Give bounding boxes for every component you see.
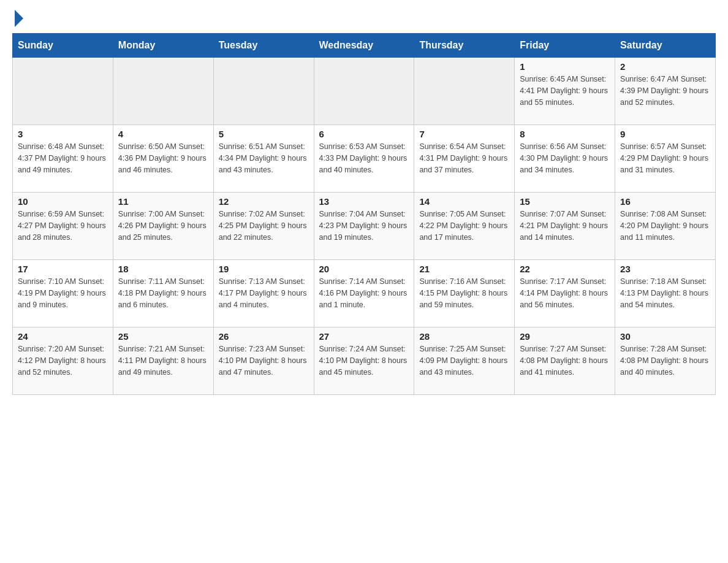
calendar-cell: 27Sunrise: 7:24 AM Sunset: 4:10 PM Dayli…: [314, 327, 414, 395]
calendar-cell: 21Sunrise: 7:16 AM Sunset: 4:15 PM Dayli…: [414, 260, 515, 327]
day-info: Sunrise: 7:14 AM Sunset: 4:16 PM Dayligh…: [319, 276, 409, 310]
day-number: 14: [419, 196, 509, 207]
day-number: 5: [219, 129, 309, 139]
day-number: 9: [620, 129, 710, 139]
day-number: 20: [319, 264, 409, 274]
calendar-week-row: 1Sunrise: 6:45 AM Sunset: 4:41 PM Daylig…: [13, 58, 716, 125]
calendar-cell: 4Sunrise: 6:50 AM Sunset: 4:36 PM Daylig…: [113, 125, 213, 193]
day-info: Sunrise: 6:48 AM Sunset: 4:37 PM Dayligh…: [18, 141, 108, 175]
calendar-cell: 26Sunrise: 7:23 AM Sunset: 4:10 PM Dayli…: [213, 327, 314, 395]
calendar-cell: 29Sunrise: 7:27 AM Sunset: 4:08 PM Dayli…: [515, 327, 615, 395]
calendar-week-row: 10Sunrise: 6:59 AM Sunset: 4:27 PM Dayli…: [13, 193, 716, 260]
day-info: Sunrise: 7:28 AM Sunset: 4:08 PM Dayligh…: [620, 343, 710, 378]
calendar-week-row: 3Sunrise: 6:48 AM Sunset: 4:37 PM Daylig…: [13, 125, 716, 193]
day-number: 29: [520, 331, 610, 342]
day-info: Sunrise: 7:04 AM Sunset: 4:23 PM Dayligh…: [319, 209, 409, 243]
day-info: Sunrise: 7:00 AM Sunset: 4:26 PM Dayligh…: [118, 209, 208, 243]
day-number: 4: [118, 129, 208, 139]
day-number: 17: [18, 264, 108, 274]
calendar-cell: 11Sunrise: 7:00 AM Sunset: 4:26 PM Dayli…: [113, 193, 213, 260]
day-info: Sunrise: 6:57 AM Sunset: 4:29 PM Dayligh…: [620, 141, 710, 175]
calendar-cell: [314, 58, 414, 125]
calendar-cell: 7Sunrise: 6:54 AM Sunset: 4:31 PM Daylig…: [414, 125, 515, 193]
day-info: Sunrise: 7:24 AM Sunset: 4:10 PM Dayligh…: [319, 343, 409, 378]
calendar-cell: 24Sunrise: 7:20 AM Sunset: 4:12 PM Dayli…: [13, 327, 113, 395]
calendar-header-thursday: Thursday: [414, 34, 515, 58]
calendar-cell: 13Sunrise: 7:04 AM Sunset: 4:23 PM Dayli…: [314, 193, 414, 260]
day-info: Sunrise: 7:18 AM Sunset: 4:13 PM Dayligh…: [620, 276, 710, 310]
day-number: 1: [520, 61, 610, 72]
day-info: Sunrise: 7:08 AM Sunset: 4:20 PM Dayligh…: [620, 209, 710, 243]
day-info: Sunrise: 6:56 AM Sunset: 4:30 PM Dayligh…: [520, 141, 610, 175]
logo: [12, 12, 23, 27]
calendar-cell: 23Sunrise: 7:18 AM Sunset: 4:13 PM Dayli…: [615, 260, 716, 327]
day-number: 26: [219, 331, 309, 342]
calendar-cell: 9Sunrise: 6:57 AM Sunset: 4:29 PM Daylig…: [615, 125, 716, 193]
day-info: Sunrise: 6:45 AM Sunset: 4:41 PM Dayligh…: [520, 74, 610, 108]
day-number: 23: [620, 264, 710, 274]
day-info: Sunrise: 7:11 AM Sunset: 4:18 PM Dayligh…: [118, 276, 208, 310]
calendar-cell: 1Sunrise: 6:45 AM Sunset: 4:41 PM Daylig…: [515, 58, 615, 125]
calendar-cell: 10Sunrise: 6:59 AM Sunset: 4:27 PM Dayli…: [13, 193, 113, 260]
day-info: Sunrise: 7:25 AM Sunset: 4:09 PM Dayligh…: [419, 343, 509, 378]
calendar-cell: 6Sunrise: 6:53 AM Sunset: 4:33 PM Daylig…: [314, 125, 414, 193]
calendar-cell: 2Sunrise: 6:47 AM Sunset: 4:39 PM Daylig…: [615, 58, 716, 125]
day-info: Sunrise: 7:10 AM Sunset: 4:19 PM Dayligh…: [18, 276, 108, 310]
day-info: Sunrise: 7:21 AM Sunset: 4:11 PM Dayligh…: [118, 343, 208, 378]
day-info: Sunrise: 6:51 AM Sunset: 4:34 PM Dayligh…: [219, 141, 309, 175]
day-info: Sunrise: 7:02 AM Sunset: 4:25 PM Dayligh…: [219, 209, 309, 243]
calendar-header-wednesday: Wednesday: [314, 34, 414, 58]
calendar-cell: 18Sunrise: 7:11 AM Sunset: 4:18 PM Dayli…: [113, 260, 213, 327]
day-number: 18: [118, 264, 208, 274]
page-header: [12, 12, 716, 27]
day-info: Sunrise: 7:05 AM Sunset: 4:22 PM Dayligh…: [419, 209, 509, 243]
day-number: 11: [118, 196, 208, 207]
day-number: 27: [319, 331, 409, 342]
day-info: Sunrise: 7:13 AM Sunset: 4:17 PM Dayligh…: [219, 276, 309, 310]
day-number: 24: [18, 331, 108, 342]
calendar-cell: 22Sunrise: 7:17 AM Sunset: 4:14 PM Dayli…: [515, 260, 615, 327]
calendar-week-row: 24Sunrise: 7:20 AM Sunset: 4:12 PM Dayli…: [13, 327, 716, 395]
day-number: 25: [118, 331, 208, 342]
day-info: Sunrise: 7:17 AM Sunset: 4:14 PM Dayligh…: [520, 276, 610, 310]
calendar-cell: [113, 58, 213, 125]
day-number: 15: [520, 196, 610, 207]
day-number: 16: [620, 196, 710, 207]
calendar-cell: [213, 58, 314, 125]
day-number: 30: [620, 331, 710, 342]
calendar-week-row: 17Sunrise: 7:10 AM Sunset: 4:19 PM Dayli…: [13, 260, 716, 327]
day-number: 3: [18, 129, 108, 139]
calendar-cell: 14Sunrise: 7:05 AM Sunset: 4:22 PM Dayli…: [414, 193, 515, 260]
day-info: Sunrise: 6:50 AM Sunset: 4:36 PM Dayligh…: [118, 141, 208, 175]
day-info: Sunrise: 6:59 AM Sunset: 4:27 PM Dayligh…: [18, 209, 108, 243]
day-info: Sunrise: 7:07 AM Sunset: 4:21 PM Dayligh…: [520, 209, 610, 243]
day-number: 8: [520, 129, 610, 139]
calendar-cell: 15Sunrise: 7:07 AM Sunset: 4:21 PM Dayli…: [515, 193, 615, 260]
calendar-cell: 28Sunrise: 7:25 AM Sunset: 4:09 PM Dayli…: [414, 327, 515, 395]
calendar-cell: 17Sunrise: 7:10 AM Sunset: 4:19 PM Dayli…: [13, 260, 113, 327]
day-number: 12: [219, 196, 309, 207]
calendar-cell: 30Sunrise: 7:28 AM Sunset: 4:08 PM Dayli…: [615, 327, 716, 395]
day-info: Sunrise: 7:27 AM Sunset: 4:08 PM Dayligh…: [520, 343, 610, 378]
day-info: Sunrise: 7:23 AM Sunset: 4:10 PM Dayligh…: [219, 343, 309, 378]
day-number: 2: [620, 61, 710, 72]
calendar-cell: 19Sunrise: 7:13 AM Sunset: 4:17 PM Dayli…: [213, 260, 314, 327]
day-info: Sunrise: 6:53 AM Sunset: 4:33 PM Dayligh…: [319, 141, 409, 175]
day-number: 22: [520, 264, 610, 274]
day-number: 21: [419, 264, 509, 274]
logo-triangle-icon: [15, 10, 23, 27]
day-info: Sunrise: 7:16 AM Sunset: 4:15 PM Dayligh…: [419, 276, 509, 310]
day-number: 6: [319, 129, 409, 139]
day-info: Sunrise: 6:47 AM Sunset: 4:39 PM Dayligh…: [620, 74, 710, 108]
calendar-cell: 16Sunrise: 7:08 AM Sunset: 4:20 PM Dayli…: [615, 193, 716, 260]
calendar-cell: 5Sunrise: 6:51 AM Sunset: 4:34 PM Daylig…: [213, 125, 314, 193]
calendar-cell: [414, 58, 515, 125]
day-number: 13: [319, 196, 409, 207]
calendar-table: SundayMondayTuesdayWednesdayThursdayFrid…: [12, 33, 716, 395]
calendar-cell: 25Sunrise: 7:21 AM Sunset: 4:11 PM Dayli…: [113, 327, 213, 395]
calendar-header-row: SundayMondayTuesdayWednesdayThursdayFrid…: [13, 34, 716, 58]
calendar-header-saturday: Saturday: [615, 34, 716, 58]
calendar-header-monday: Monday: [113, 34, 213, 58]
day-number: 28: [419, 331, 509, 342]
day-number: 10: [18, 196, 108, 207]
